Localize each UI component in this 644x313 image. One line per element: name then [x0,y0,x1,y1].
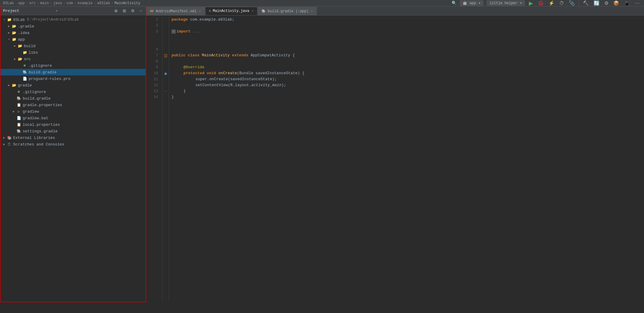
gitignore-root-icon: ⊛ [16,89,21,94]
gradle-folder-arrow: ▶ [7,24,11,28]
profile-button[interactable]: ⏱ [558,0,566,7]
build-folder-icon: 📂 [17,43,23,49]
debug-button[interactable]: 🐞 [536,0,545,7]
avd-button[interactable]: 📱 [623,0,631,7]
breadcrumb-main[interactable]: main [40,1,49,5]
ext-lib-arrow: ▶ [2,136,7,140]
tree-item-external-libraries[interactable]: ▶ 📚 External Libraries [1,134,146,141]
gutter-fold-open-7[interactable]: ◫ [163,52,169,58]
tree-item-idea-folder[interactable]: ▶ 📂 .idea [1,30,146,36]
build-gradle-tab-close[interactable]: × [311,10,313,13]
tree-item-gitignore-app[interactable]: ⊛ .gitignore [1,62,146,69]
gradle-root-arrow: ▶ [7,83,11,87]
tab-mainactivity[interactable]: C MainActivity.java × [205,7,258,15]
tabs-bar: MF AndroidManifest.xml × C MainActivity.… [146,7,644,16]
breadcrumb-active: MainActivity [115,1,140,5]
tab-build-gradle[interactable]: 🐘 build.gradle (:app) × [258,7,316,15]
ext-lib-icon: 📚 [7,135,12,140]
code-line-4 [172,35,642,41]
root-path: E:\Project\Android\03Lab [27,18,79,22]
breadcrumb-bar: 03Lab › app › src › main › java › com › … [0,0,644,7]
code-line-1: package com.example.a03lab; [172,17,642,23]
sidebar-layout-btn[interactable]: ⊞ [121,8,127,14]
code-line-3: − import ... [172,29,642,35]
tree-item-gradle-root[interactable]: ▶ 📂 gradle [1,82,146,89]
tree-item-build-gradle-root[interactable]: 🐘 build.gradle [1,95,146,102]
gitignore-root-label: .gitignore [23,90,46,94]
mainactivity-tab-icon: C [209,9,211,13]
sidebar-settings-btn[interactable]: ⚙ [130,8,136,14]
tree-item-gradle-folder[interactable]: ▶ 📂 .gradle [1,23,146,30]
tree-item-build-gradle-app[interactable]: 🐘 build.gradle [1,69,146,75]
run-button[interactable]: ▶ [527,0,535,7]
tree-item-proguard[interactable]: 📄 proguard-rules.pro [1,75,146,82]
tree-item-gradlew[interactable]: ▶ ▷ gradlew [1,108,146,115]
attach-button[interactable]: 📎 [567,0,576,7]
breadcrumb-03lab[interactable]: 03Lab [3,1,14,5]
sidebar-minimize-btn[interactable]: − [138,8,143,14]
code-line-14: } [172,94,642,100]
root-folder-icon: 📁 [7,17,12,22]
code-line-7: public class MainActivity extends AppCom… [172,52,642,58]
tree-item-src[interactable]: ▶ 📂 src [1,56,146,62]
mainactivity-tab-close[interactable]: × [252,9,254,13]
sidebar-dropdown-arrow[interactable]: ▾ [56,9,58,13]
build-label: build [24,44,35,48]
idea-folder-arrow: ▶ [7,31,11,35]
settings-gradle-icon: 🐘 [16,128,21,134]
code-lines[interactable]: package com.example.a03lab; − import ...… [169,17,644,301]
tree-item-gradle-properties[interactable]: 📋 gradle.properties [1,102,146,108]
sidebar-globe-btn[interactable]: ⊕ [113,8,119,14]
coverage-button[interactable]: ⚡ [547,0,556,7]
search-icon[interactable]: 🔍 [452,1,457,6]
gradle-folder-label: .gradle [18,24,34,29]
app-arrow: ▾ [7,38,11,41]
tools-button[interactable]: ⚙ [603,0,610,7]
gradlew-arrow: ▶ [11,110,16,113]
sdk-button[interactable]: 📦 [612,0,621,7]
app-dropdown[interactable]: 🤖 app ▾ [460,0,484,6]
build-arrow: ▶ [13,44,17,48]
breadcrumb-example[interactable]: example [78,1,92,5]
gutter-debug-10[interactable]: ◉ [163,70,169,76]
build-gradle-tab-label: build.gradle (:app) [268,9,308,13]
tree-item-gradlew-bat[interactable]: 📄 gradlew.bat [1,115,146,121]
manifest-tab-close[interactable]: × [199,10,201,13]
sync-button[interactable]: 🔄 [592,0,601,7]
tree-item-build[interactable]: ▶ 📂 build [1,43,146,49]
run-config-dropdown[interactable]: little helper ▾ [487,0,525,6]
tree-item-gitignore-root[interactable]: ⊛ .gitignore [1,89,146,95]
tree-item-app[interactable]: ▾ 📁 app [1,36,146,43]
tree-item-libs[interactable]: 📁 libs [1,49,146,56]
breadcrumb-app[interactable]: app [18,1,25,5]
gitignore-app-label: .gitignore [29,63,52,68]
breadcrumb-src[interactable]: src [29,1,36,5]
manifest-tab-label: AndroidManifest.xml [156,9,197,13]
tree-root[interactable]: ▾ 📁 03Lab E:\Project\Android\03Lab [1,16,146,23]
build-gradle-root-icon: 🐘 [16,96,21,101]
more-button[interactable]: ⋯ [633,0,641,7]
breadcrumb-com[interactable]: com [67,1,73,5]
gradlew-bat-icon: 📄 [16,115,21,121]
build-button[interactable]: 🔨 [581,0,590,7]
src-label: src [24,57,31,61]
app-folder-icon: 📁 [11,37,17,42]
sidebar-content: ▾ 📁 03Lab E:\Project\Android\03Lab ▶ 📂 .… [1,15,146,302]
mainactivity-tab-label: MainActivity.java [213,9,249,13]
code-line-10: protected void onCreate(Bundle savedInst… [172,70,642,76]
import-fold-icon[interactable]: − [172,30,176,34]
tree-item-scratches[interactable]: ▶ 🗒 Scratches and Consoles [1,141,146,148]
scratches-label: Scratches and Consoles [13,142,64,147]
tree-item-settings-gradle[interactable]: 🐘 settings.gradle [1,128,146,134]
gutter-fold-close-13[interactable]: ▭ [163,88,169,94]
tree-item-local-properties[interactable]: 📋 local.properties [1,121,146,128]
code-editor[interactable]: 1 2 3 6 7 8 9 10 11 12 13 14 [146,16,644,302]
tab-manifest[interactable]: MF AndroidManifest.xml × [146,7,205,15]
code-line-8 [172,58,642,64]
gradlew-label: gradlew [23,109,39,114]
breadcrumb-a03lab[interactable]: a03lab [97,1,110,5]
idea-folder-icon: 📂 [11,30,17,35]
breadcrumb-java[interactable]: java [53,1,62,5]
build-gradle-tab-icon: 🐘 [262,9,266,13]
project-sidebar: Project ▾ ⊕ ⊞ ⚙ − ▾ 📁 03Lab E:\Project\A… [0,7,146,302]
